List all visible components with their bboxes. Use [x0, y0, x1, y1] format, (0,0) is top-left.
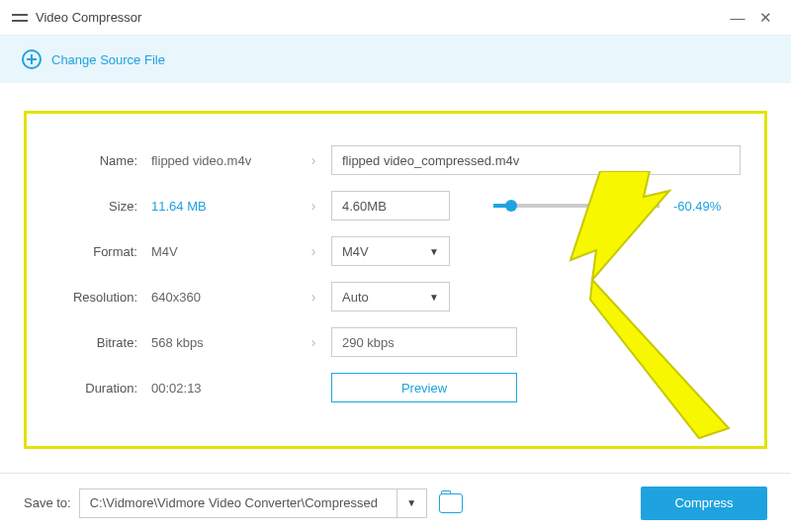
change-source-link[interactable]: Change Source File: [51, 52, 165, 67]
label-size: Size:: [48, 199, 137, 214]
titlebar: Video Compressor — ✕: [0, 0, 791, 36]
original-name: flipped video.m4v: [137, 153, 296, 168]
compress-button[interactable]: Compress: [641, 487, 767, 520]
label-bitrate: Bitrate:: [48, 335, 137, 350]
output-size-input[interactable]: [331, 191, 450, 221]
size-percent: -60.49%: [673, 199, 721, 214]
resolution-select-value: Auto: [342, 290, 369, 305]
footer: Save to: C:\Vidmore\Vidmore Video Conver…: [0, 473, 791, 532]
label-name: Name:: [48, 153, 137, 168]
caret-down-icon: ▼: [429, 246, 439, 257]
minimize-button[interactable]: —: [724, 4, 751, 32]
plus-icon[interactable]: [22, 49, 42, 69]
output-name-input[interactable]: [331, 145, 741, 175]
save-to-label: Save to:: [24, 495, 71, 510]
path-dropdown[interactable]: ▼: [396, 488, 426, 518]
row-size: Size: 11.64 MB › ▲▼ -60.49%: [48, 183, 743, 228]
caret-down-icon: ▼: [429, 292, 439, 303]
original-duration: 00:02:13: [137, 381, 296, 396]
toolbar: Change Source File: [0, 36, 791, 83]
bitrate-input[interactable]: [331, 327, 517, 357]
save-path-box: C:\Vidmore\Vidmore Video Converter\Compr…: [79, 488, 427, 518]
row-bitrate: Bitrate: 568 kbps ›: [48, 319, 743, 365]
row-resolution: Resolution: 640x360 › Auto ▼: [48, 274, 743, 319]
chevron-right-icon: ›: [296, 289, 331, 305]
label-resolution: Resolution:: [48, 290, 137, 305]
open-folder-button[interactable]: [439, 493, 463, 513]
preview-button[interactable]: Preview: [331, 373, 517, 402]
size-slider[interactable]: [493, 204, 659, 208]
row-format: Format: M4V › M4V ▼: [48, 228, 743, 274]
app-title: Video Compressor: [36, 10, 724, 25]
format-select-value: M4V: [342, 244, 369, 259]
save-path: C:\Vidmore\Vidmore Video Converter\Compr…: [80, 495, 396, 510]
label-duration: Duration:: [48, 381, 137, 396]
row-name: Name: flipped video.m4v ›: [48, 137, 743, 183]
row-duration: Duration: 00:02:13 › Preview: [48, 365, 743, 410]
original-resolution: 640x360: [137, 290, 296, 305]
app-icon: [12, 10, 28, 26]
close-button[interactable]: ✕: [751, 4, 779, 32]
original-format: M4V: [137, 244, 296, 259]
chevron-right-icon: ›: [296, 198, 331, 214]
original-size: 11.64 MB: [137, 199, 296, 214]
slider-thumb[interactable]: [505, 200, 517, 212]
chevron-right-icon: ›: [296, 334, 331, 350]
original-bitrate: 568 kbps: [137, 335, 296, 350]
resolution-select[interactable]: Auto ▼: [331, 282, 450, 311]
main-panel: Name: flipped video.m4v › Size: 11.64 MB…: [24, 111, 767, 449]
chevron-right-icon: ›: [296, 152, 331, 168]
chevron-right-icon: ›: [296, 243, 331, 259]
label-format: Format:: [48, 244, 137, 259]
format-select[interactable]: M4V ▼: [331, 236, 450, 266]
